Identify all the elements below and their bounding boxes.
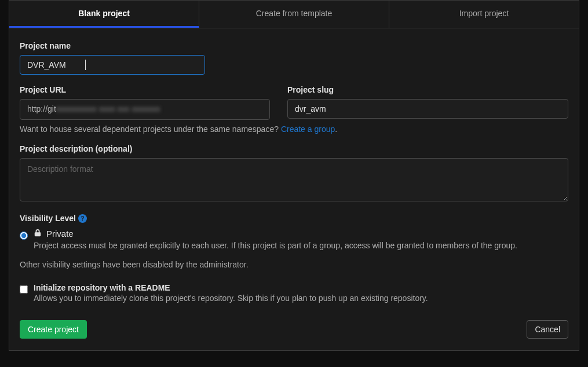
project-description-input[interactable] bbox=[20, 158, 568, 201]
cancel-button[interactable]: Cancel bbox=[527, 320, 568, 339]
new-project-panel: Blank project Create from template Impor… bbox=[9, 0, 579, 351]
private-option-title: Private bbox=[46, 229, 74, 238]
tab-create-from-template[interactable]: Create from template bbox=[199, 1, 389, 28]
text-cursor bbox=[85, 60, 86, 70]
project-url-display[interactable]: http://gitxxxxxxxxxx xxxx xxx xxxxxxx bbox=[20, 99, 270, 120]
project-url-label: Project URL bbox=[20, 85, 270, 94]
namespace-helper-text: Want to house several dependent projects… bbox=[20, 124, 568, 134]
lock-icon bbox=[34, 229, 42, 238]
project-slug-label: Project slug bbox=[287, 85, 568, 94]
visibility-disabled-note: Other visibility settings have been disa… bbox=[20, 260, 568, 269]
visibility-private-radio[interactable] bbox=[20, 232, 28, 240]
visibility-level-label: Visibility Level bbox=[20, 214, 76, 223]
private-option-description: Project access must be granted explicitl… bbox=[34, 240, 568, 252]
readme-option-title: Initialize repository with a README bbox=[34, 283, 568, 292]
initialize-readme-checkbox[interactable] bbox=[20, 285, 28, 293]
tab-import-project[interactable]: Import project bbox=[389, 1, 579, 28]
form-body: Project name Project URL http://gitxxxxx… bbox=[9, 28, 579, 350]
create-group-link[interactable]: Create a group bbox=[281, 124, 335, 134]
tab-blank-project[interactable]: Blank project bbox=[9, 1, 199, 28]
project-slug-input[interactable] bbox=[287, 99, 568, 119]
readme-option-description: Allows you to immediately clone this pro… bbox=[34, 293, 568, 303]
project-name-input[interactable] bbox=[20, 55, 205, 75]
url-blurred-segment: xxxxxxxxxx xxxx xxx xxxxxxx bbox=[56, 104, 160, 113]
help-icon[interactable]: ? bbox=[78, 214, 87, 223]
create-project-button[interactable]: Create project bbox=[20, 320, 87, 339]
url-prefix-text: http://git bbox=[27, 104, 56, 113]
project-type-tabs: Blank project Create from template Impor… bbox=[9, 1, 579, 28]
project-description-label: Project description (optional) bbox=[20, 144, 568, 153]
project-name-label: Project name bbox=[20, 41, 568, 50]
